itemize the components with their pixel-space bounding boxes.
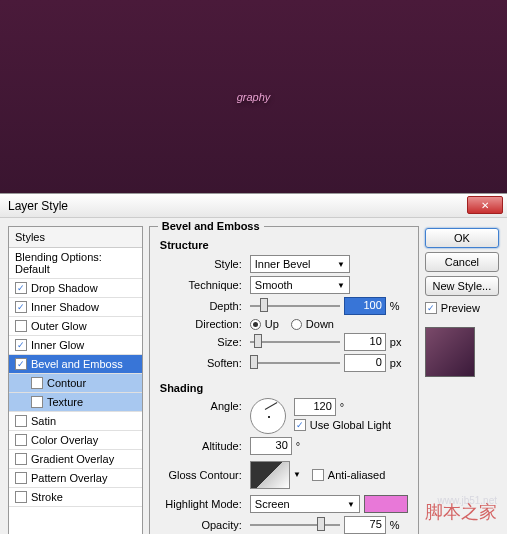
- altitude-unit: °: [296, 440, 300, 452]
- checkbox-icon[interactable]: [15, 415, 27, 427]
- layer-style-dialog: Layer Style ✕ Styles Blending Options: D…: [0, 193, 507, 534]
- size-label: Size:: [160, 336, 246, 348]
- highlight-row: Highlight Mode: Screen▼: [160, 495, 408, 513]
- angle-unit: °: [340, 401, 344, 413]
- gloss-contour-picker[interactable]: ▼: [250, 461, 290, 489]
- style-pattern-overlay[interactable]: Pattern Overlay: [9, 469, 142, 488]
- technique-row: Technique: Smooth▼: [160, 276, 408, 294]
- checkbox-icon[interactable]: ✓: [15, 358, 27, 370]
- checkbox-icon[interactable]: [15, 320, 27, 332]
- artwork-preview: graphy: [0, 0, 507, 193]
- altitude-label: Altitude:: [160, 440, 246, 452]
- checkbox-icon[interactable]: [15, 434, 27, 446]
- global-light-checkbox[interactable]: ✓: [294, 419, 306, 431]
- style-label: Style:: [160, 258, 246, 270]
- global-light-label: Use Global Light: [310, 419, 391, 431]
- gloss-row: Gloss Contour: ▼ Anti-aliased: [160, 461, 408, 489]
- styles-list-panel: Styles Blending Options: Default ✓Drop S…: [8, 226, 143, 534]
- hl-opacity-slider[interactable]: [250, 516, 340, 534]
- chevron-down-icon: ▼: [293, 470, 301, 479]
- technique-label: Technique:: [160, 279, 246, 291]
- direction-down-radio[interactable]: [291, 319, 302, 330]
- style-inner-glow[interactable]: ✓Inner Glow: [9, 336, 142, 355]
- soften-unit: px: [390, 357, 408, 369]
- checkbox-icon[interactable]: ✓: [15, 301, 27, 313]
- structure-heading: Structure: [160, 239, 408, 251]
- direction-label: Direction:: [160, 318, 246, 330]
- soften-input[interactable]: 0: [344, 354, 386, 372]
- panel-title: Bevel and Emboss: [158, 220, 264, 232]
- soften-label: Soften:: [160, 357, 246, 369]
- angle-dial[interactable]: [250, 398, 286, 434]
- depth-label: Depth:: [160, 300, 246, 312]
- style-dropdown[interactable]: Inner Bevel▼: [250, 255, 350, 273]
- bevel-settings-panel: Bevel and Emboss Structure Style: Inner …: [149, 226, 419, 534]
- style-contour[interactable]: Contour: [9, 374, 142, 393]
- size-slider[interactable]: [250, 333, 340, 351]
- style-bevel-emboss[interactable]: ✓Bevel and Emboss: [9, 355, 142, 374]
- highlight-dropdown[interactable]: Screen▼: [250, 495, 360, 513]
- hl-opacity-input[interactable]: 75: [344, 516, 386, 534]
- style-stroke[interactable]: Stroke: [9, 488, 142, 507]
- angle-row: Angle: 120 ° ✓ Use Global Light: [160, 398, 408, 434]
- style-color-overlay[interactable]: Color Overlay: [9, 431, 142, 450]
- altitude-input[interactable]: 30: [250, 437, 292, 455]
- direction-row: Direction: Up Down: [160, 318, 408, 330]
- style-inner-shadow[interactable]: ✓Inner Shadow: [9, 298, 142, 317]
- style-satin[interactable]: Satin: [9, 412, 142, 431]
- checkbox-icon[interactable]: [15, 491, 27, 503]
- size-unit: px: [390, 336, 408, 348]
- size-input[interactable]: 10: [344, 333, 386, 351]
- right-buttons-panel: OK Cancel New Style... ✓ Preview: [425, 226, 499, 534]
- hl-opacity-row: Opacity: 75 %: [160, 516, 408, 534]
- cancel-button[interactable]: Cancel: [425, 252, 499, 272]
- hl-opacity-label: Opacity:: [160, 519, 246, 531]
- effect-thumbnail: [425, 327, 475, 377]
- checkbox-icon[interactable]: ✓: [15, 339, 27, 351]
- styles-header[interactable]: Styles: [9, 227, 142, 248]
- angle-label: Angle:: [160, 398, 246, 412]
- close-button[interactable]: ✕: [467, 196, 503, 214]
- soften-slider[interactable]: [250, 354, 340, 372]
- chevron-down-icon: ▼: [337, 260, 345, 269]
- depth-input[interactable]: 100: [344, 297, 386, 315]
- style-drop-shadow[interactable]: ✓Drop Shadow: [9, 279, 142, 298]
- style-outer-glow[interactable]: Outer Glow: [9, 317, 142, 336]
- dialog-body: Styles Blending Options: Default ✓Drop S…: [0, 218, 507, 534]
- style-row: Style: Inner Bevel▼: [160, 255, 408, 273]
- style-texture[interactable]: Texture: [9, 393, 142, 412]
- chevron-down-icon: ▼: [347, 500, 355, 509]
- gloss-label: Gloss Contour:: [160, 469, 246, 481]
- checkbox-icon[interactable]: [31, 377, 43, 389]
- anti-aliased-checkbox[interactable]: [312, 469, 324, 481]
- preview-label: Preview: [441, 302, 480, 314]
- new-style-button[interactable]: New Style...: [425, 276, 499, 296]
- shading-heading: Shading: [160, 382, 408, 394]
- blending-options-row[interactable]: Blending Options: Default: [9, 248, 142, 279]
- artwork-text: graphy: [237, 91, 271, 103]
- altitude-row: Altitude: 30 °: [160, 437, 408, 455]
- hl-opacity-unit: %: [390, 519, 408, 531]
- checkbox-icon[interactable]: [31, 396, 43, 408]
- anti-aliased-label: Anti-aliased: [328, 469, 385, 481]
- size-row: Size: 10 px: [160, 333, 408, 351]
- highlight-color-swatch[interactable]: [364, 495, 408, 513]
- ok-button[interactable]: OK: [425, 228, 499, 248]
- preview-checkbox[interactable]: ✓: [425, 302, 437, 314]
- style-gradient-overlay[interactable]: Gradient Overlay: [9, 450, 142, 469]
- depth-row: Depth: 100 %: [160, 297, 408, 315]
- highlight-label: Highlight Mode:: [160, 498, 246, 510]
- checkbox-icon[interactable]: ✓: [15, 282, 27, 294]
- depth-slider[interactable]: [250, 297, 340, 315]
- titlebar[interactable]: Layer Style ✕: [0, 194, 507, 218]
- dialog-title: Layer Style: [8, 199, 68, 213]
- angle-input[interactable]: 120: [294, 398, 336, 416]
- depth-unit: %: [390, 300, 408, 312]
- checkbox-icon[interactable]: [15, 453, 27, 465]
- preview-toggle: ✓ Preview: [425, 302, 499, 314]
- checkbox-icon[interactable]: [15, 472, 27, 484]
- soften-row: Soften: 0 px: [160, 354, 408, 372]
- direction-up-radio[interactable]: [250, 319, 261, 330]
- chevron-down-icon: ▼: [337, 281, 345, 290]
- technique-dropdown[interactable]: Smooth▼: [250, 276, 350, 294]
